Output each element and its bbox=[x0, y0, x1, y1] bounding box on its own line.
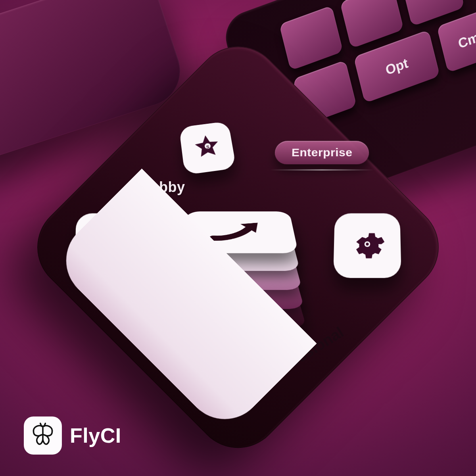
bars-icon bbox=[90, 227, 127, 263]
keyboard-key-cmd: Cm bbox=[437, 8, 476, 73]
pricing-panel: S Hobby Enterprise bbox=[19, 29, 457, 466]
gear-icon bbox=[349, 226, 386, 263]
butterfly-icon bbox=[29, 421, 56, 450]
brand-logo bbox=[24, 416, 62, 455]
keyboard-key-blank: . bbox=[279, 5, 343, 71]
tier-label-starter: Starter bbox=[154, 330, 210, 372]
star-icon: S bbox=[190, 131, 225, 165]
brand-block: FlyCI bbox=[24, 416, 121, 455]
keyboard-key-blank: . bbox=[340, 0, 404, 48]
tier-label-enterprise: Enterprise bbox=[291, 146, 352, 158]
tier-stack-graphic bbox=[167, 185, 309, 328]
list-tile[interactable] bbox=[75, 213, 143, 278]
tier-label-professional: Professional bbox=[261, 324, 347, 386]
svg-point-3 bbox=[366, 243, 369, 246]
upgrade-arrow-icon bbox=[204, 217, 272, 247]
settings-tile[interactable] bbox=[333, 213, 401, 278]
hobby-tile[interactable]: S bbox=[179, 121, 236, 175]
enterprise-pill[interactable]: Enterprise bbox=[274, 141, 369, 164]
brand-name: FlyCI bbox=[70, 424, 121, 447]
